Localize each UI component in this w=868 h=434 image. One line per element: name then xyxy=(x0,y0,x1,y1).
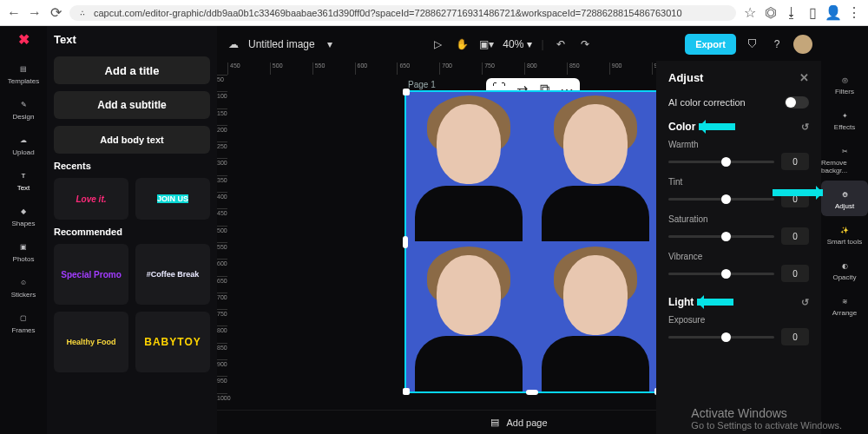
chrome-menu-icon[interactable]: ⋮ xyxy=(847,6,861,20)
help-icon[interactable]: ? xyxy=(769,36,785,52)
nav-upload[interactable]: ☁Upload xyxy=(0,126,47,161)
cursor-tool-icon[interactable]: ▷ xyxy=(430,36,445,52)
preset-loveit[interactable]: Love it. xyxy=(54,178,128,220)
browser-forward-icon[interactable]: → xyxy=(28,6,42,20)
reset-color-icon[interactable]: ↺ xyxy=(801,122,809,133)
effects-icon: ✦ xyxy=(837,108,852,123)
resize-handle[interactable] xyxy=(403,388,410,395)
panel-icon[interactable]: ▯ xyxy=(806,6,819,20)
exposure-label: Exposure xyxy=(668,315,809,325)
cloud-save-icon[interactable]: ☁ xyxy=(226,36,241,52)
tint-slider[interactable] xyxy=(668,198,774,201)
shield-icon[interactable]: ⛉ xyxy=(745,36,760,52)
chevron-down-icon[interactable]: ▾ xyxy=(322,36,338,52)
photo-tile xyxy=(406,243,531,392)
stickers-icon: ☺ xyxy=(15,273,32,291)
text-panel-title: Text xyxy=(54,33,210,46)
rnav-smart-tools[interactable]: ✨Smart tools xyxy=(821,216,868,252)
ruler-vertical: 5010015020025030035040045050055060065070… xyxy=(217,75,227,410)
warmth-slider[interactable] xyxy=(668,161,774,163)
download-icon[interactable]: ⭳ xyxy=(785,6,799,20)
smart-tools-icon: ✨ xyxy=(837,222,852,238)
preset-joinus[interactable]: JOIN US xyxy=(135,178,210,220)
shapes-icon: ◆ xyxy=(15,202,32,220)
nav-templates[interactable]: ▤Templates xyxy=(0,55,47,90)
browser-back-icon[interactable]: ← xyxy=(7,6,21,20)
user-avatar[interactable] xyxy=(793,35,812,54)
upload-icon: ☁ xyxy=(15,131,32,148)
close-icon[interactable]: ✕ xyxy=(799,71,809,84)
resize-handle[interactable] xyxy=(526,390,538,395)
arrange-icon: ≋ xyxy=(837,293,852,309)
nav-frames[interactable]: ▢Frames xyxy=(0,304,47,339)
reset-light-icon[interactable]: ↺ xyxy=(801,297,809,308)
url-text: capcut.com/editor-graphic/ddb9aa0b1c3346… xyxy=(94,8,682,18)
annotation-arrow-icon xyxy=(699,123,735,130)
hand-tool-icon[interactable]: ✋ xyxy=(454,36,470,52)
rnav-remove-bg[interactable]: ✂Remove backgr... xyxy=(821,137,868,181)
vibrance-value[interactable]: 0 xyxy=(781,265,809,282)
nav-text[interactable]: TText xyxy=(0,161,47,197)
nav-stickers[interactable]: ☺Stickers xyxy=(0,268,47,304)
annotation-arrow-icon xyxy=(773,189,823,196)
browser-reload-icon[interactable]: ⟳ xyxy=(49,6,62,20)
nav-design[interactable]: ✎Design xyxy=(0,90,47,126)
vibrance-label: Vibrance xyxy=(668,252,809,261)
add-page-icon[interactable]: ▤ xyxy=(490,417,499,428)
templates-icon: ▤ xyxy=(15,60,32,77)
preset-healthy-food[interactable]: Healthy Food xyxy=(54,312,128,372)
exposure-slider[interactable] xyxy=(668,336,774,339)
photos-icon: ▣ xyxy=(15,238,32,255)
saturation-label: Saturation xyxy=(668,214,809,224)
photo-tile xyxy=(533,243,658,392)
doc-name[interactable]: Untitled image xyxy=(248,38,315,50)
add-page-button[interactable]: Add page xyxy=(506,418,547,428)
vibrance-slider[interactable] xyxy=(668,273,774,275)
ai-color-toggle[interactable] xyxy=(785,96,809,108)
preset-coffee-break[interactable]: #Coffee Break xyxy=(135,244,210,305)
zoom-control[interactable]: 40%▾ xyxy=(503,38,532,50)
redo-icon[interactable]: ↷ xyxy=(577,36,593,52)
filters-icon: ◎ xyxy=(837,72,852,88)
text-icon: T xyxy=(15,167,32,184)
capcut-logo[interactable]: ✖ xyxy=(18,31,30,48)
export-button[interactable]: Export xyxy=(685,34,736,55)
recommended-label: Recommended xyxy=(54,227,210,237)
photo-tile xyxy=(406,92,531,241)
preset-babytoy[interactable]: BABYTOY xyxy=(135,312,210,372)
rnav-filters[interactable]: ◎Filters xyxy=(821,66,868,102)
windows-watermark: Activate Windows Go to Settings to activ… xyxy=(691,406,842,431)
rnav-effects[interactable]: ✦Effects xyxy=(821,102,868,137)
frames-icon: ▢ xyxy=(15,309,32,326)
add-subtitle-button[interactable]: Add a subtitle xyxy=(54,91,210,119)
preset-special-promo[interactable]: Special Promo xyxy=(54,244,128,305)
opacity-icon: ◐ xyxy=(837,258,852,273)
extensions-icon[interactable]: ⏣ xyxy=(764,6,778,20)
site-lock-icon: ⛬ xyxy=(78,8,87,17)
url-bar[interactable]: ⛬ capcut.com/editor-graphic/ddb9aa0b1c33… xyxy=(69,5,736,21)
bookmark-star-icon[interactable]: ☆ xyxy=(743,6,757,20)
add-title-button[interactable]: Add a title xyxy=(54,56,210,84)
rnav-opacity[interactable]: ◐Opacity xyxy=(821,252,868,287)
photo-tile xyxy=(533,92,658,241)
saturation-value[interactable]: 0 xyxy=(781,227,809,245)
nav-photos[interactable]: ▣Photos xyxy=(0,233,47,268)
adjust-panel: Adjust ✕ AI color correction Color ↺ War… xyxy=(656,61,821,434)
exposure-value[interactable]: 0 xyxy=(781,328,809,345)
page-label: Page 1 xyxy=(408,80,436,89)
add-body-button[interactable]: Add body text xyxy=(54,126,210,154)
tint-label: Tint xyxy=(668,177,809,187)
remove-bg-icon: ✂ xyxy=(837,143,852,159)
saturation-slider[interactable] xyxy=(668,235,774,238)
resize-handle[interactable] xyxy=(403,89,410,95)
recents-label: Recents xyxy=(54,161,210,171)
rnav-arrange[interactable]: ≋Arrange xyxy=(821,287,868,323)
resize-handle[interactable] xyxy=(403,236,408,248)
ai-color-label: AI color correction xyxy=(668,97,746,108)
profile-icon[interactable]: 👤 xyxy=(826,6,840,20)
layout-tool-icon[interactable]: ▣▾ xyxy=(478,36,494,52)
undo-icon[interactable]: ↶ xyxy=(553,36,569,52)
nav-shapes[interactable]: ◆Shapes xyxy=(0,197,47,233)
warmth-value[interactable]: 0 xyxy=(781,153,809,170)
selected-image[interactable] xyxy=(406,92,658,391)
